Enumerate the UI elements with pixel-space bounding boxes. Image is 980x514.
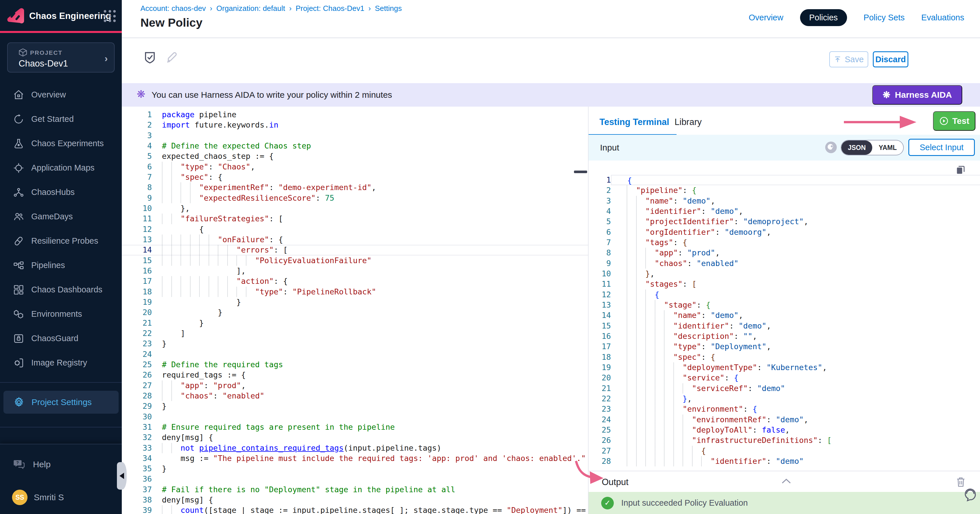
tab-policies[interactable]: Policies [800, 9, 847, 26]
code-line[interactable]: 5 "projectIdentifier": "demoproject", [589, 216, 980, 227]
code-line[interactable]: 1{ [589, 175, 980, 185]
code-line[interactable]: 17 "action": { [122, 276, 588, 286]
code-line[interactable]: 33 not pipeline_contains_required_tags(i… [122, 443, 588, 453]
code-line[interactable]: 20 "service": { [589, 373, 980, 383]
code-line[interactable]: 9 "chaos": "enabled" [589, 258, 980, 269]
code-line[interactable]: 16 "description": "", [589, 331, 980, 341]
code-line[interactable]: 15 "PolicyEvaluationFailure" [122, 255, 588, 266]
breadcrumb-account[interactable]: Account: chaos-dev [140, 4, 206, 13]
code-line[interactable]: 32deny[msg] { [122, 432, 588, 442]
breadcrumb-project[interactable]: Project: Chaos-Dev1 [296, 4, 364, 13]
sidebar-item-get-started[interactable]: Get Started [0, 107, 122, 131]
code-line[interactable]: 14 "name": "demo", [589, 310, 980, 320]
code-line[interactable]: 11 "stages": [ [589, 279, 980, 289]
code-line[interactable]: 20 } [122, 307, 588, 318]
sidebar-item-project-settings[interactable]: Project Settings [3, 391, 119, 414]
code-line[interactable]: 30 [122, 412, 588, 422]
code-line[interactable]: 35} [122, 463, 588, 474]
code-line[interactable]: 10 }, [122, 203, 588, 213]
code-line[interactable]: 22 }, [589, 394, 980, 404]
help-item[interactable]: ? Help [13, 458, 51, 471]
code-line[interactable]: 28 "identifier": "demo" [589, 456, 980, 466]
code-line[interactable]: 13 "onFailure": { [122, 234, 588, 245]
sidebar-item-chaos-experiments[interactable]: Chaos Experiments [0, 131, 122, 156]
code-line[interactable]: 26 "infrastructureDefinitions": [ [589, 435, 980, 446]
code-line[interactable]: 36 [122, 474, 588, 484]
sidebar-item-chaosguard[interactable]: ChaosGuard [0, 326, 122, 351]
code-line[interactable]: 11 "failureStrategies": [ [122, 213, 588, 224]
code-line[interactable]: 21 } [122, 318, 588, 328]
module-grid-icon[interactable] [104, 10, 116, 23]
code-line[interactable]: 8 "app": "prod", [589, 248, 980, 258]
code-line[interactable]: 19 "deploymentType": "Kubernetes", [589, 362, 980, 373]
code-line[interactable]: 23 "environment": { [589, 404, 980, 414]
sidebar-item-chaoshubs[interactable]: ChaosHubs [0, 180, 122, 204]
code-line[interactable]: 7 "spec": { [122, 172, 588, 182]
discard-button[interactable]: Discard [873, 51, 908, 67]
code-line[interactable]: 21 "serviceRef": "demo" [589, 383, 980, 394]
shield-check-icon[interactable] [142, 50, 158, 65]
tab-overview[interactable]: Overview [749, 13, 783, 22]
edit-pencil-icon[interactable] [165, 50, 180, 65]
breadcrumb-org[interactable]: Organization: default [216, 4, 285, 13]
code-line[interactable]: 15 "identifier": "demo", [589, 321, 980, 331]
code-line[interactable]: 3 "name": "demo", [589, 196, 980, 206]
code-line[interactable]: 24 "environmentRef": "demo", [589, 415, 980, 425]
user-menu[interactable]: SS Smriti S [12, 490, 64, 505]
code-line[interactable]: 13 "stage": { [589, 300, 980, 310]
sidebar-item-resilience-probes[interactable]: Resilience Probes [0, 229, 122, 253]
code-line[interactable]: 12 { [589, 290, 980, 300]
code-line[interactable]: 2 "pipeline": { [589, 185, 980, 196]
trash-icon[interactable] [955, 476, 966, 488]
code-line[interactable]: 24 [122, 349, 588, 360]
sidebar-item-gamedays[interactable]: GameDays [0, 204, 122, 229]
code-line[interactable]: 10 }, [589, 269, 980, 279]
sidebar-item-image-registry[interactable]: Image Registry [0, 351, 122, 375]
select-input-button[interactable]: Select Input [908, 139, 975, 156]
sidebar-item-chaos-dashboards[interactable]: Chaos Dashboards [0, 277, 122, 302]
format-json-option[interactable]: JSON [841, 140, 872, 155]
code-line[interactable]: 34 msg := "The pipeline must include the… [122, 453, 588, 463]
sidebar-item-overview[interactable]: Overview [0, 83, 122, 107]
input-json-editor[interactable]: 1{2 "pipeline": {3 "name": "demo",4 "ide… [589, 161, 980, 471]
code-line[interactable]: 29} [122, 401, 588, 411]
code-line[interactable]: 6 "orgIdentifier": "demoorg", [589, 227, 980, 237]
code-line[interactable]: 1package pipeline [122, 110, 588, 120]
code-line[interactable]: 28 "chaos": "enabled" [122, 391, 588, 401]
code-line[interactable]: 27 "app": "prod", [122, 380, 588, 391]
project-selector[interactable]: PROJECT Chaos-Dev1 › [7, 43, 115, 73]
tab-policy-sets[interactable]: Policy Sets [864, 13, 905, 22]
sidebar-item-application-maps[interactable]: Application Maps [0, 156, 122, 180]
code-line[interactable]: 25# Define the required tags [122, 360, 588, 370]
panel-resize-handle[interactable] [574, 170, 587, 173]
code-line[interactable]: 22 ] [122, 328, 588, 339]
code-line[interactable]: 38deny[msg] { [122, 495, 588, 505]
collapse-output-icon[interactable] [781, 477, 791, 484]
code-line[interactable]: 14 "errors": [ [122, 245, 588, 255]
tab-testing-terminal[interactable]: Testing Terminal [600, 117, 669, 127]
code-line[interactable]: 12 { [122, 224, 588, 234]
breadcrumb-settings[interactable]: Settings [375, 4, 402, 13]
harness-aida-button[interactable]: ❋ Harness AIDA [872, 85, 962, 105]
test-button[interactable]: Test [933, 111, 975, 131]
code-line[interactable]: 9 "expectedResilienceScore": 75 [122, 193, 588, 203]
code-line[interactable]: 7 "tags": { [589, 237, 980, 248]
code-line[interactable]: 4 "identifier": "demo", [589, 206, 980, 216]
support-chat-icon[interactable] [963, 488, 978, 503]
copy-icon[interactable] [955, 164, 966, 175]
save-button[interactable]: Save [829, 51, 868, 67]
code-line[interactable]: 37# Fail if there is no "Deployment" sta… [122, 484, 588, 495]
tab-evaluations[interactable]: Evaluations [921, 13, 964, 22]
sidebar-item-environments[interactable]: Environments [0, 302, 122, 326]
code-line[interactable]: 27 { [589, 446, 980, 456]
code-line[interactable]: 26required_tags := { [122, 370, 588, 380]
code-line[interactable]: 39 count([stage | stage := input.pipelin… [122, 505, 588, 514]
policy-code-editor[interactable]: 1package pipeline2import future.keywords… [122, 107, 588, 514]
code-line[interactable]: 25 "deployToAll": false, [589, 425, 980, 435]
code-line[interactable]: 2import future.keywords.in [122, 120, 588, 130]
code-line[interactable]: 17 "type": "Deployment", [589, 341, 980, 352]
code-line[interactable]: 4# Define the expected Chaos step [122, 141, 588, 151]
format-yaml-option[interactable]: YAML [872, 140, 903, 155]
code-line[interactable]: 3 [122, 130, 588, 141]
code-line[interactable]: 6 "type": "Chaos", [122, 162, 588, 172]
